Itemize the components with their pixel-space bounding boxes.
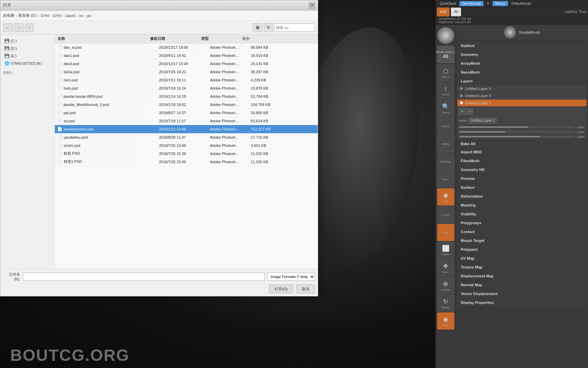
layer-remove-btn[interactable]: − — [466, 108, 473, 115]
layer-slider-2[interactable] — [459, 131, 575, 133]
normal-map-header[interactable]: Normal Map — [457, 281, 587, 289]
file-type: Adobe Photosh... — [210, 119, 251, 123]
move-tool[interactable]: ✥ Move — [437, 259, 454, 276]
file-row[interactable]: 📄 dao_w.psd 2018/12/17 18:56 Adobe Photo… — [55, 43, 318, 51]
zoom2-tool[interactable]: ⊕ ZoomD — [437, 277, 454, 294]
layer-item-2[interactable]: Untitled Layer 1 — [457, 99, 587, 107]
polygroups-header[interactable]: Polygroups — [457, 219, 587, 227]
breadcrumb-item-2[interactable]: GYH — [41, 14, 49, 18]
model-thumbnail[interactable]: jiandai_beida_4 48 — [437, 46, 454, 63]
menu-menus[interactable]: Menus — [492, 1, 508, 6]
sidebar-item-network[interactable]: 🌐 \\TNAS-007162] (W:) — [2, 60, 53, 67]
col-header-date[interactable]: 修改日期 — [150, 36, 201, 41]
file-row[interactable]: 📄 hubi.psd 2019/7/19 16:24 Adobe Photosh… — [55, 84, 318, 92]
frame-tool[interactable]: ⬜ Frame — [437, 242, 454, 259]
col-header-size[interactable]: 大小 — [242, 36, 276, 41]
lightbox-label[interactable]: Lightbox — [565, 10, 577, 14]
displacement-map-header[interactable]: Displacement Map — [457, 272, 587, 280]
contact-header[interactable]: Contact — [457, 228, 587, 236]
lsym-tool[interactable]: L.Sym — [437, 206, 454, 223]
arraymesh-header[interactable]: ArrayMesh — [457, 59, 587, 67]
toolbar-sort-btn[interactable]: ⊟ — [264, 23, 273, 32]
brush-icon[interactable] — [504, 26, 516, 39]
toolbar-back-btn[interactable]: ← — [3, 23, 13, 32]
breadcrumb-item-1[interactable]: 新加卷 (D:) — [18, 13, 37, 18]
goz-button[interactable]: GoZ — [437, 7, 450, 16]
breadcrumb-item-6[interactable]: ps — [87, 14, 91, 18]
layer-add-btn[interactable]: + — [459, 108, 466, 115]
toolbar-forward-btn[interactable]: → — [14, 23, 24, 32]
sidebar-item-c[interactable]: 💾 (C:) — [2, 37, 53, 45]
file-row[interactable]: 📄 材质.PSD 2018/7/25 15:38 Adobe Photosh..… — [55, 150, 318, 158]
display-properties-header[interactable]: Display Properties — [457, 298, 587, 307]
geometry-hd-header[interactable]: Geometry HD — [457, 166, 587, 174]
file-row[interactable]: 📄 faDai.psd 2018/7/25 18:22 Adobe Photos… — [55, 68, 318, 76]
cancel-button[interactable]: 取消 — [296, 285, 315, 293]
texture-map-header[interactable]: Texture Map — [457, 263, 587, 271]
all-button[interactable]: All — [451, 7, 461, 16]
menu-defaultscript[interactable]: DefaultScript — [509, 1, 534, 6]
actual-tool[interactable]: Actual — [437, 118, 454, 135]
breadcrumb-item-4[interactable]: LianXi — [65, 14, 76, 18]
file-row[interactable]: 📄 wenlibeiyomh.psd 2019/1/11 14:48 Adobe… — [55, 125, 318, 133]
import-mdd-btn[interactable]: Import MDD — [457, 148, 587, 156]
file-row[interactable]: 📄 jiandai beidai-WEN.psd 2019/1/14 14:29… — [55, 92, 318, 101]
visibility-header[interactable]: Visibility — [457, 210, 587, 218]
dialog-close-button[interactable]: ✕ — [309, 2, 315, 9]
vector-displacement-header[interactable]: Vector Displacement — [457, 290, 587, 298]
filetype-select[interactable]: Image Formats (*.bmp;*.psd) — [267, 273, 315, 281]
layer-slider-1[interactable] — [459, 126, 575, 128]
spix3-tool[interactable]: ⬡ SPix 3 — [437, 64, 454, 81]
polypaint-header[interactable]: Polypaint — [457, 245, 587, 254]
dynamic-tool[interactable]: Dynamic — [437, 153, 454, 170]
scroll-tool[interactable]: ↕ Scroll — [437, 82, 454, 99]
file-row[interactable]: 📄 jiandai_MeshNormal_0.psd 2019/1/18 18:… — [55, 101, 318, 109]
fibermesh-header[interactable]: FiberMesh — [457, 157, 587, 165]
layer-item-1[interactable]: Untitled Layer 0 — [457, 92, 587, 99]
masking-header[interactable]: Masking — [457, 201, 587, 209]
breadcrumb-item-3[interactable]: GYH — [53, 14, 61, 18]
solo-tool[interactable]: ◉ Solo — [437, 188, 454, 205]
file-row[interactable]: 📄 dao1.psd 2018/9/11 14:41 Adobe Photosh… — [55, 51, 318, 60]
breadcrumb-item-0[interactable]: 此电脑 — [3, 13, 14, 18]
layer-item-0[interactable]: Untitled Layer 0 — [457, 85, 587, 92]
layer-slider-3[interactable] — [459, 136, 575, 137]
gyz2-tool[interactable]: Gyz2 — [437, 224, 454, 241]
file-row[interactable]: 📄 yinshi.psd 2019/7/25 13:48 Adobe Photo… — [55, 141, 318, 150]
file-row[interactable]: 📄 yaodaikou.psd 2018/8/28 11:47 Adobe Ph… — [55, 133, 318, 141]
open-button[interactable]: 打开(O) — [269, 285, 293, 293]
rotate2-tool[interactable]: ↻ Rotate — [437, 295, 454, 312]
bake-all-btn[interactable]: Bake All — [457, 140, 587, 148]
breadcrumb-item-5[interactable]: nv — [79, 14, 83, 18]
aahal-tool[interactable]: AAHal — [437, 135, 454, 152]
toolbar-up-btn[interactable]: ↑ — [26, 23, 34, 32]
surface-header[interactable]: Surface — [457, 183, 587, 191]
file-row[interactable]: 📄 sd.psd 2019/7/18 11:57 Adobe Photosh..… — [55, 117, 318, 125]
col-header-type[interactable]: 类型 — [201, 36, 242, 41]
brush-thumbnail[interactable] — [437, 27, 454, 44]
sidebar-item-e[interactable]: 💾 (E:) — [2, 52, 53, 60]
zoom-tool[interactable]: 🔍 Zoom — [437, 100, 454, 117]
col-header-name[interactable]: 名称 — [55, 36, 150, 41]
morph-target-header[interactable]: Morph Target — [457, 236, 587, 245]
file-row[interactable]: 📄 dao3.psd 2018/12/17 15:04 Adobe Photos… — [55, 60, 318, 68]
subtool-header[interactable]: Subtool — [457, 42, 587, 50]
sidebar-item-d[interactable]: 💾 (D:) — [2, 45, 53, 52]
preview-header[interactable]: Preview — [457, 174, 587, 183]
menu-quicksave[interactable]: QuickSave — [437, 1, 459, 6]
geometry-header[interactable]: Geometry — [457, 50, 587, 59]
file-row[interactable]: 📄 pai.psd 2018/8/27 14:37 Adobe Photosh.… — [55, 109, 318, 117]
file-row[interactable]: 📄 hezi.psd 2018/7/11 18:11 Adobe Photosh… — [55, 76, 318, 84]
nanomesh-header[interactable]: NanoMesh — [457, 68, 587, 76]
belo-tool[interactable]: ◉ Belo — [437, 312, 454, 329]
toolbar-view-btn[interactable]: ▦ — [253, 23, 262, 32]
file-row[interactable]: 📄 材质1.PSD 2018/7/25 15:40 Adobe Photosh.… — [55, 158, 318, 166]
layers-header[interactable]: Layers — [457, 77, 587, 85]
menu-seethrough[interactable]: See-through — [459, 1, 484, 6]
filename-input[interactable] — [23, 273, 265, 281]
floor-tool[interactable]: Floor — [437, 171, 454, 188]
deformation-header[interactable]: Deformation — [457, 192, 587, 200]
layer-name-badge[interactable]: Untitled Layer 1 — [468, 118, 497, 123]
dialog-search-input[interactable] — [274, 24, 315, 32]
uv-map-header[interactable]: UV Map — [457, 254, 587, 262]
